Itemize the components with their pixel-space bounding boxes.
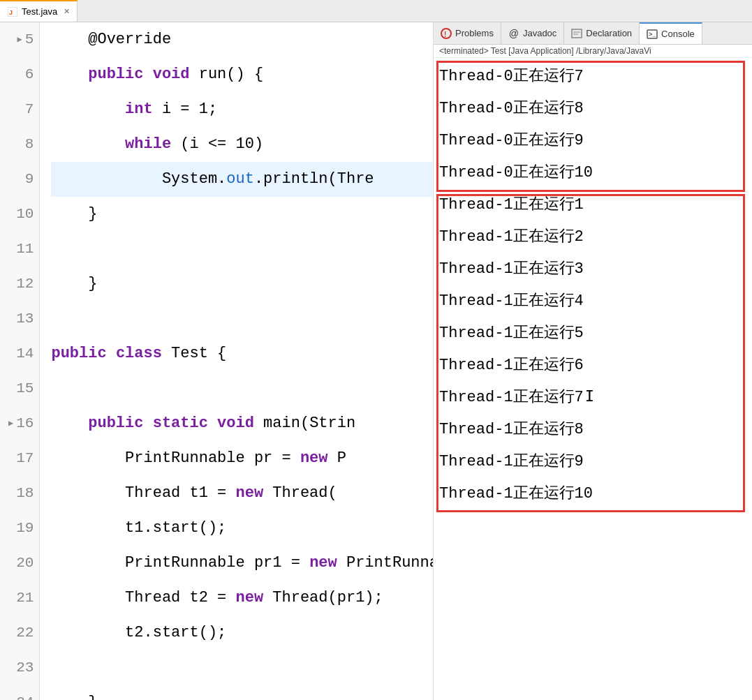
code-line-21: Thread t2 = new Thread(pr1); [51, 581, 433, 616]
console-tabs: ! Problems @ Javadoc Declaration [434, 22, 752, 45]
code-line-24: } [51, 685, 433, 700]
editor-panel: ▶ 5 6 7 8 9 10 11 12 13 14 15 ▶ 16 17 18 [0, 22, 433, 700]
ln-10: 10 [8, 197, 34, 232]
console-output-line-12: Thread-1正在运行8 [439, 414, 746, 446]
tab-label: Test.java [22, 6, 57, 17]
text-cursor-icon: 𝙸 [585, 382, 594, 414]
tab-problems-label: Problems [455, 28, 494, 38]
ln-24: 24 [8, 685, 34, 700]
console-output-line-4: Thread-0正在运行10 [439, 157, 746, 189]
ln-7: 7 [8, 92, 34, 127]
ln-22: 22 [8, 616, 34, 650]
ln-20: 20 [8, 546, 34, 581]
ln-23: 23 [8, 650, 34, 685]
ln-9: 9 [8, 162, 34, 197]
tab-test-java[interactable]: J Test.java ✕ [0, 0, 78, 22]
tab-declaration[interactable]: Declaration [564, 22, 640, 44]
tab-console-label: Console [661, 29, 695, 39]
console-icon: >_ [647, 29, 658, 40]
console-output-line-14: Thread-1正在运行10 [439, 478, 746, 510]
tab-close-icon[interactable]: ✕ [64, 7, 70, 16]
code-content[interactable]: @Override public void run() { int i = 1;… [40, 22, 433, 700]
code-line-8: while (i <= 10) [51, 127, 433, 162]
code-line-20: PrintRunnable pr1 = new PrintRunnable(); [51, 546, 433, 581]
console-output: Thread-0正在运行7 Thread-0正在运行8 Thread-0正在运行… [434, 58, 752, 513]
code-line-11 [51, 232, 433, 267]
console-panel: ! Problems @ Javadoc Declaration [433, 22, 752, 700]
code-line-17: PrintRunnable pr = new P [51, 441, 433, 476]
code-line-14: public class Test { [51, 336, 433, 371]
status-text: <terminated> Test [Java Application] /Li… [439, 46, 651, 56]
code-line-10: } [51, 197, 433, 232]
code-line-13 [51, 301, 433, 336]
code-line-6: public void run() { [51, 57, 433, 92]
java-file-icon: J [7, 6, 18, 17]
ln-6: 6 [8, 57, 34, 92]
breakpoint-arrow-16: ▶ [8, 406, 13, 441]
ln-13: 13 [8, 301, 34, 336]
code-line-5: @Override [51, 22, 433, 57]
ln-14: 14 [8, 336, 34, 371]
ln-15: 15 [8, 371, 34, 406]
tab-bar: J Test.java ✕ [0, 0, 752, 22]
declaration-icon [571, 28, 582, 39]
code-line-15 [51, 371, 433, 406]
main-area: ▶ 5 6 7 8 9 10 11 12 13 14 15 ▶ 16 17 18 [0, 22, 752, 700]
code-line-16: public static void main(Strin [51, 406, 433, 441]
console-output-line-6: Thread-1正在运行2 [439, 221, 746, 253]
svg-rect-4 [572, 29, 582, 38]
console-output-line-5: Thread-1正在运行1 [439, 189, 746, 221]
ln-16: ▶ 16 [8, 406, 34, 441]
javadoc-icon: @ [508, 28, 519, 39]
tab-declaration-label: Declaration [586, 28, 632, 38]
console-output-line-8: Thread-1正在运行4 [439, 285, 746, 318]
code-line-9: System.out.println(Thre [51, 162, 433, 197]
breakpoint-arrow-5: ▶ [17, 22, 22, 57]
problems-icon: ! [441, 28, 452, 39]
ln-17: 17 [8, 441, 34, 476]
ln-18: 18 [8, 476, 34, 511]
console-output-line-13: Thread-1正在运行9 [439, 446, 746, 478]
tab-console[interactable]: >_ Console [640, 22, 702, 44]
tab-javadoc-label: Javadoc [523, 28, 556, 38]
console-output-line-9: Thread-1正在运行5 [439, 318, 746, 350]
console-output-line-1: Thread-0正在运行7 [439, 61, 746, 93]
svg-text:J: J [9, 9, 13, 16]
code-line-12: } [51, 267, 433, 301]
code-line-23 [51, 650, 433, 685]
console-output-line-10: Thread-1正在运行6 [439, 350, 746, 382]
line-numbers: ▶ 5 6 7 8 9 10 11 12 13 14 15 ▶ 16 17 18 [0, 22, 40, 700]
console-output-line-11: Thread-1正在运行7 𝙸 [439, 382, 746, 414]
svg-text:!: ! [444, 31, 446, 38]
ln-5: ▶ 5 [8, 22, 34, 57]
code-line-18: Thread t1 = new Thread( [51, 476, 433, 511]
console-output-container: Thread-0正在运行7 Thread-0正在运行8 Thread-0正在运行… [434, 58, 752, 700]
svg-text:>_: >_ [649, 31, 656, 38]
tab-problems[interactable]: ! Problems [434, 22, 501, 44]
code-line-19: t1.start(); [51, 511, 433, 546]
ln-19: 19 [8, 511, 34, 546]
console-output-line-7: Thread-1正在运行3 [439, 253, 746, 285]
console-output-line-2: Thread-0正在运行8 [439, 93, 746, 125]
ln-21: 21 [8, 581, 34, 616]
code-area: ▶ 5 6 7 8 9 10 11 12 13 14 15 ▶ 16 17 18 [0, 22, 433, 700]
ln-8: 8 [8, 127, 34, 162]
code-line-7: int i = 1; [51, 92, 433, 127]
ln-11: 11 [8, 232, 34, 267]
ln-12: 12 [8, 267, 34, 301]
tab-javadoc[interactable]: @ Javadoc [501, 22, 564, 44]
console-status-bar: <terminated> Test [Java Application] /Li… [434, 45, 752, 58]
console-output-line-3: Thread-0正在运行9 [439, 125, 746, 157]
code-line-22: t2.start(); [51, 616, 433, 650]
